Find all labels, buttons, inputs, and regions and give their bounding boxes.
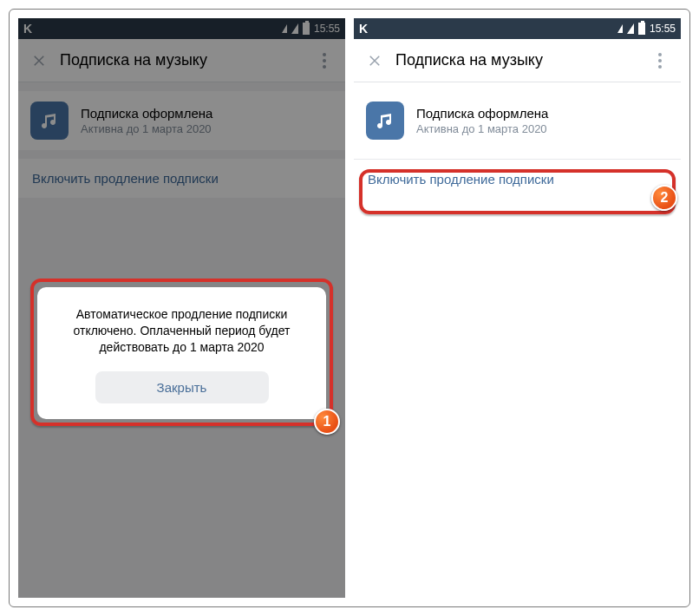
- app-header: Подписка на музыку: [354, 39, 681, 82]
- page-title: Подписка на музыку: [389, 51, 646, 69]
- clock: 15:55: [650, 23, 676, 35]
- battery-icon: [638, 23, 645, 35]
- renew-link[interactable]: Включить продление подписки: [354, 159, 681, 199]
- dialog-message: Автоматическое продление подписки отключ…: [55, 306, 309, 356]
- close-button[interactable]: Закрыть: [95, 371, 269, 403]
- subscription-card: Подписка оформлена Активна до 1 марта 20…: [354, 91, 681, 150]
- more-icon[interactable]: [646, 53, 674, 69]
- subscription-title: Подписка оформлена: [416, 106, 548, 121]
- carrier-label: K: [359, 22, 369, 36]
- signal-icon-2: [627, 23, 634, 34]
- phone-left: K 15:55 Подписка на музыку: [18, 18, 345, 598]
- close-icon[interactable]: [361, 47, 389, 75]
- status-bar: K 15:55: [354, 18, 681, 39]
- phone-right: K 15:55 Подписка на музыку: [354, 18, 681, 598]
- subscription-status: Активна до 1 марта 2020: [416, 122, 548, 135]
- comparison-frame: K 15:55 Подписка на музыку: [9, 9, 690, 607]
- music-icon: [366, 102, 404, 140]
- callout-badge-2: 2: [651, 185, 677, 211]
- status-icons: 15:55: [617, 23, 676, 35]
- confirmation-dialog: Автоматическое продление подписки отключ…: [37, 287, 326, 419]
- callout-badge-1: 1: [314, 409, 340, 435]
- signal-icon: [617, 24, 623, 33]
